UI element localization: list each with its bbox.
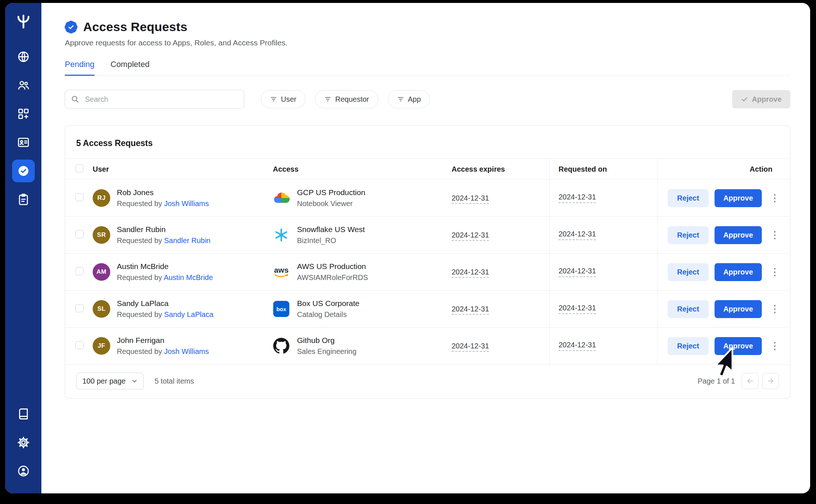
approve-button[interactable]: Approve (715, 337, 762, 355)
user-name: Austin McBride (117, 262, 213, 271)
reject-button[interactable]: Reject (668, 337, 709, 355)
next-page-button[interactable] (762, 373, 779, 389)
entitlement: AWSIAMRoleForRDS (297, 273, 368, 282)
sidebar-item-apps[interactable] (12, 102, 35, 125)
badge-check-icon (17, 164, 30, 178)
github-icon (273, 338, 290, 354)
entitlement: Notebook Viewer (297, 199, 365, 208)
requester-link[interactable]: Sandy LaPlaca (164, 310, 214, 318)
requester-link[interactable]: Josh Williams (164, 199, 209, 208)
row-checkbox[interactable] (75, 193, 84, 201)
filter-icon (324, 96, 331, 103)
filter-user-button[interactable]: User (261, 90, 305, 108)
filter-icon (270, 96, 277, 103)
avatar: AM (93, 263, 110, 281)
filter-app-label: App (408, 95, 421, 104)
sidebar-item-access-requests[interactable] (12, 160, 35, 182)
reject-button[interactable]: Reject (668, 300, 709, 318)
row-menu-icon[interactable]: ⋮ (768, 192, 782, 205)
requester-link[interactable]: Sandler Rubin (164, 236, 211, 244)
user-name: Sandy LaPlaca (117, 299, 214, 308)
access-requests-card: 5 Access Requests User Access Access exp… (65, 126, 790, 399)
table-footer: 100 per page 5 total items Page 1 of 1 (65, 365, 790, 398)
requested-on-date: 2024-12-31 (559, 230, 596, 240)
app-name: GCP US Production (297, 188, 365, 197)
requester-link[interactable]: Austin McBride (164, 273, 213, 281)
app-name: Box US Corporate (297, 299, 359, 308)
entitlement: Sales Engineering (297, 347, 356, 356)
per-page-value: 100 per page (82, 377, 126, 385)
row-checkbox[interactable] (75, 230, 84, 238)
snowflake-icon (273, 228, 290, 242)
filter-pills: User Requestor App (261, 90, 430, 108)
table-row: RJ Rob Jones Requested by Josh Williams (65, 180, 790, 217)
access-expires-date: 2024-12-31 (452, 342, 489, 352)
app-name: AWS US Production (297, 262, 368, 271)
filter-requestor-label: Requestor (335, 95, 369, 104)
avatar: SR (93, 226, 110, 244)
row-checkbox[interactable] (75, 341, 84, 349)
search-input[interactable] (65, 90, 244, 109)
per-page-select[interactable]: 100 per page (76, 373, 144, 389)
requested-on-date: 2024-12-31 (559, 304, 596, 314)
row-menu-icon[interactable]: ⋮ (768, 340, 782, 352)
app-logo-icon (12, 11, 35, 31)
column-header-access-expires: Access expires (452, 165, 549, 173)
avatar: JF (93, 337, 110, 355)
requested-on-date: 2024-12-31 (559, 341, 596, 351)
account-person-icon (17, 464, 30, 478)
tab-completed[interactable]: Completed (111, 60, 149, 75)
prev-page-button[interactable] (742, 373, 758, 389)
row-menu-icon[interactable]: ⋮ (768, 303, 782, 316)
arrow-right-icon (767, 377, 775, 385)
approve-button[interactable]: Approve (715, 263, 762, 281)
avatar: RJ (93, 189, 110, 207)
requester-link[interactable]: Josh Williams (164, 347, 209, 355)
bulk-approve-button[interactable]: Approve (732, 90, 790, 108)
row-checkbox[interactable] (75, 267, 84, 275)
page-header: Access Requests (65, 20, 790, 34)
box-icon: box (273, 301, 290, 317)
user-name: Sandler Rubin (117, 225, 211, 234)
sidebar-bottom (12, 403, 35, 482)
table-row: JF John Ferrigan Requested by Josh Willi… (65, 328, 790, 365)
requested-by-label: Requested by (117, 199, 162, 208)
filter-requestor-button[interactable]: Requestor (315, 90, 378, 108)
search-box (65, 90, 244, 109)
approve-button[interactable]: Approve (715, 226, 762, 244)
gcp-icon (273, 191, 290, 205)
filter-app-button[interactable]: App (388, 90, 430, 108)
tab-pending[interactable]: Pending (65, 60, 94, 76)
row-menu-icon[interactable]: ⋮ (768, 229, 782, 242)
approve-button[interactable]: Approve (715, 189, 762, 207)
clipboard-icon (17, 193, 30, 206)
page-subtitle: Approve requests for access to Apps, Rol… (65, 38, 790, 47)
reject-button[interactable]: Reject (668, 189, 709, 207)
requested-by-label: Requested by (117, 236, 162, 244)
requested-on-date: 2024-12-31 (559, 267, 596, 277)
reject-button[interactable]: Reject (668, 226, 709, 244)
row-menu-icon[interactable]: ⋮ (768, 266, 782, 279)
sidebar-item-directory[interactable] (12, 131, 35, 154)
sidebar-item-tasks[interactable] (12, 188, 35, 211)
approve-button[interactable]: Approve (715, 300, 762, 318)
access-expires-date: 2024-12-31 (452, 305, 489, 315)
avatar: SL (93, 300, 110, 318)
check-icon (741, 96, 748, 103)
sidebar-item-account[interactable] (12, 460, 35, 482)
page-status: Page 1 of 1 (698, 377, 735, 385)
verified-badge-icon (65, 21, 77, 33)
column-header-access: Access (273, 165, 452, 173)
row-checkbox[interactable] (75, 304, 84, 312)
sidebar-item-settings[interactable] (12, 431, 35, 454)
book-icon (17, 407, 30, 421)
sidebar-item-globe[interactable] (12, 45, 35, 68)
table-row: SR Sandler Rubin Requested by Sandler Ru… (65, 217, 790, 254)
sidebar-item-docs[interactable] (12, 403, 35, 425)
requested-by-label: Requested by (117, 347, 162, 355)
sidebar-item-users[interactable] (12, 74, 35, 97)
select-all-checkbox[interactable] (75, 164, 84, 172)
access-expires-date: 2024-12-31 (452, 268, 489, 278)
reject-button[interactable]: Reject (668, 263, 709, 281)
sidebar-nav (12, 45, 35, 211)
